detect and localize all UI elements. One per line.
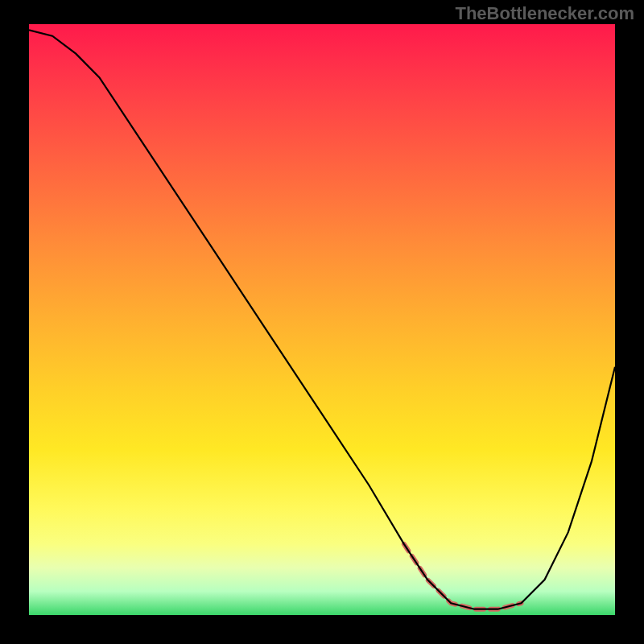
plot-area (29, 24, 615, 615)
watermark-text: TheBottlenecker.com (455, 3, 634, 24)
bottleneck-chart (0, 0, 644, 644)
heat-gradient-background (29, 24, 615, 615)
